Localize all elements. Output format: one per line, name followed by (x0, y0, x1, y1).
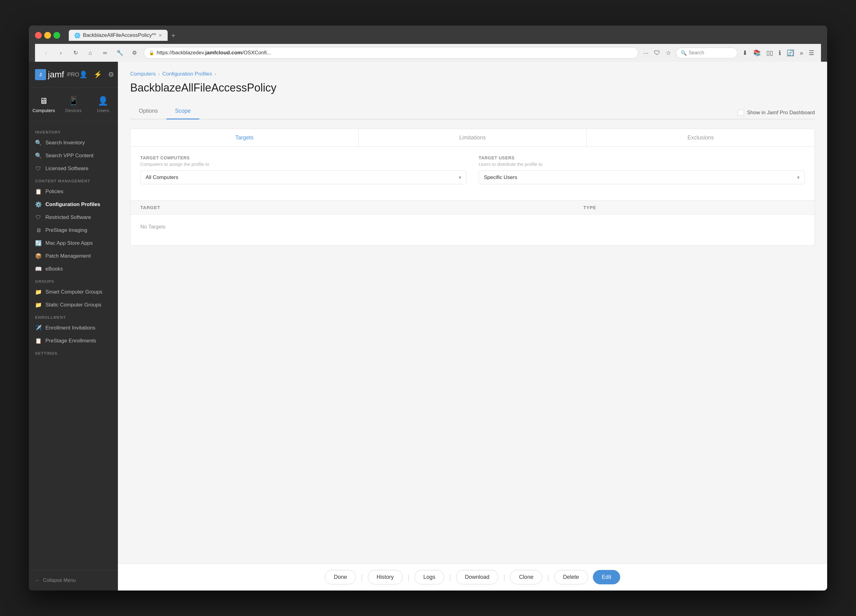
sidebar-item-enrollment-invitations[interactable]: ✈️ Enrollment Invitations (29, 322, 118, 334)
dashboard-checkbox[interactable] (738, 109, 744, 116)
user-icon[interactable]: 👤 (79, 71, 88, 79)
history-button[interactable]: History (368, 570, 403, 584)
tab-options[interactable]: Options (130, 103, 166, 119)
separator-1: | (361, 574, 363, 581)
sidebar-item-policies[interactable]: 📋 Policies (29, 185, 118, 198)
scope-tab-targets[interactable]: Targets (131, 129, 359, 146)
config-profiles-label: Configuration Profiles (45, 202, 100, 208)
address-bar[interactable]: 🔒 https://backblazedev.jamfcloud.com/OSX… (144, 47, 638, 59)
prestage-imaging-icon: 🖥 (35, 227, 42, 234)
target-computers-select[interactable]: All Computers (140, 171, 466, 184)
refresh-button[interactable]: ↻ (70, 47, 81, 59)
nav-actions: ··· 🛡 ☆ (642, 48, 673, 58)
mac-app-store-icon: 🔄 (35, 240, 42, 246)
main-panel: Computers › Configuration Profiles › Bac… (118, 62, 827, 590)
maximize-button[interactable] (54, 32, 60, 39)
target-users-select[interactable]: Specific Users (479, 171, 805, 184)
sidebar-item-prestage-enrollments[interactable]: 📋 PreStage Enrollments (29, 334, 118, 347)
target-row: TARGET COMPUTERS Computers to assign the… (140, 156, 805, 184)
edit-button[interactable]: Edit (593, 570, 620, 584)
bolt-icon[interactable]: ⚡ (94, 71, 102, 79)
jamf-logo-text: jamf (48, 70, 64, 80)
library-icon[interactable]: 📚 (752, 48, 762, 58)
back-button[interactable]: ‹ (40, 47, 52, 59)
active-tab[interactable]: 🌐 BackblazeAllFileAccessPolicy** ✕ (69, 30, 168, 41)
sidebar-item-search-inventory[interactable]: 🔍 Search Inventory (29, 136, 118, 149)
sidebar-item-static-groups[interactable]: 📁 Static Computer Groups (29, 299, 118, 311)
settings-gear-icon[interactable]: ⚙ (108, 71, 114, 79)
enrollment-invitations-label: Enrollment Invitations (45, 325, 95, 331)
browser-window: 🌐 BackblazeAllFileAccessPolicy** ✕ + ‹ ›… (29, 26, 827, 590)
scope-tab-exclusions[interactable]: Exclusions (587, 129, 814, 146)
collapse-menu-item[interactable]: ← Collapse Menu (35, 575, 112, 585)
section-settings: SETTINGS (29, 347, 118, 357)
jamf-header-icons: 👤 ⚡ ⚙ (79, 71, 114, 79)
sidebar-item-configuration-profiles[interactable]: ⚙️ Configuration Profiles (29, 198, 118, 211)
download-icon[interactable]: ⬇ (741, 48, 749, 58)
tab-scope[interactable]: Scope (166, 103, 199, 119)
browser-tabs: 🌐 BackblazeAllFileAccessPolicy** ✕ + (69, 30, 178, 41)
sidebar-item-ebooks[interactable]: 📖 eBooks (29, 263, 118, 276)
done-button[interactable]: Done (325, 570, 356, 584)
breadcrumb-computers[interactable]: Computers (130, 71, 155, 77)
sidebar-nav-devices[interactable]: 📱 Devices (59, 93, 88, 116)
tab-close-icon[interactable]: ✕ (159, 33, 162, 38)
patch-management-label: Patch Management (45, 253, 91, 259)
tab-title: BackblazeAllFileAccessPolicy** (83, 32, 156, 38)
logs-button[interactable]: Logs (414, 570, 444, 584)
new-tab-button[interactable]: + (169, 31, 178, 41)
tab-bar-right: Show in Jamf Pro Dashboard (738, 109, 815, 119)
menu-icon[interactable]: ☰ (807, 48, 816, 58)
toolbar-actions: ⬇ 📚 ▯▯ ℹ 🔄 » ☰ (741, 48, 816, 58)
minimize-button[interactable] (44, 32, 51, 39)
bookmark-icon[interactable]: ☆ (664, 48, 673, 58)
no-targets-text: No Targets (140, 224, 165, 230)
devices-icon: 📱 (68, 96, 79, 106)
jamf-logo-icon: J (35, 69, 46, 80)
close-button[interactable] (35, 32, 42, 39)
browser-chrome: 🌐 BackblazeAllFileAccessPolicy** ✕ + ‹ ›… (29, 26, 827, 62)
sidebar-icon[interactable]: ▯▯ (765, 48, 774, 58)
target-users-select-wrapper: Specific Users ▼ (479, 171, 805, 184)
breadcrumb: Computers › Configuration Profiles › (130, 71, 815, 77)
download-button[interactable]: Download (456, 570, 498, 584)
clone-button[interactable]: Clone (510, 570, 542, 584)
extensions-button[interactable]: ∞ (100, 47, 111, 59)
scope-tab-limitations[interactable]: Limitations (359, 129, 587, 146)
home-button[interactable]: ⌂ (85, 47, 96, 59)
browser-search[interactable]: 🔍 Search (676, 48, 737, 59)
licensed-software-icon: 🛡 (35, 165, 42, 172)
sidebar-item-smart-groups[interactable]: 📁 Smart Computer Groups (29, 286, 118, 299)
sidebar-item-prestage-imaging[interactable]: 🖥 PreStage Imaging (29, 224, 118, 237)
devices-nav-label: Devices (65, 108, 82, 113)
smart-groups-label: Smart Computer Groups (45, 289, 102, 295)
breadcrumb-config-profiles[interactable]: Configuration Profiles (162, 71, 212, 77)
computers-icon: 🖥 (39, 96, 48, 106)
prestage-enrollments-icon: 📋 (35, 337, 42, 344)
sidebar-menu: INVENTORY 🔍 Search Inventory 🔍 Search VP… (29, 121, 118, 570)
sidebar-item-licensed-software[interactable]: 🛡 Licensed Software (29, 162, 118, 175)
sidebar-nav-computers[interactable]: 🖥 Computers (29, 93, 59, 116)
url-text: https://backblazedev.jamfcloud.com/OSXCo… (157, 50, 271, 56)
search-vpp-icon: 🔍 (35, 152, 42, 159)
table-header-type: TYPE (583, 205, 805, 210)
forward-button[interactable]: › (55, 47, 66, 59)
sidebar-nav-users[interactable]: 👤 Users (88, 93, 118, 116)
pocket-icon[interactable]: 🛡 (653, 48, 661, 58)
tools-button[interactable]: 🔧 (114, 47, 125, 59)
sidebar-item-mac-app-store[interactable]: 🔄 Mac App Store Apps (29, 237, 118, 249)
more-options-button[interactable]: ··· (642, 48, 650, 58)
settings-button[interactable]: ⚙ (129, 47, 140, 59)
jamf-logo: J jamf PRO (35, 69, 79, 80)
jamf-sidebar: J jamf PRO 👤 ⚡ ⚙ 🖥 Computers 📱 (29, 62, 118, 590)
sidebar-item-patch-management[interactable]: 📦 Patch Management (29, 249, 118, 263)
info-icon[interactable]: ℹ (777, 48, 782, 58)
delete-button[interactable]: Delete (554, 570, 588, 584)
sidebar-item-search-vpp[interactable]: 🔍 Search VPP Content (29, 149, 118, 162)
sync-icon[interactable]: 🔄 (785, 48, 796, 58)
ebooks-icon: 📖 (35, 266, 42, 273)
sidebar-item-restricted-software[interactable]: 🛡 Restricted Software (29, 211, 118, 224)
overflow-icon[interactable]: » (799, 48, 804, 58)
app-content: J jamf PRO 👤 ⚡ ⚙ 🖥 Computers 📱 (29, 62, 827, 590)
search-icon: 🔍 (680, 50, 687, 56)
